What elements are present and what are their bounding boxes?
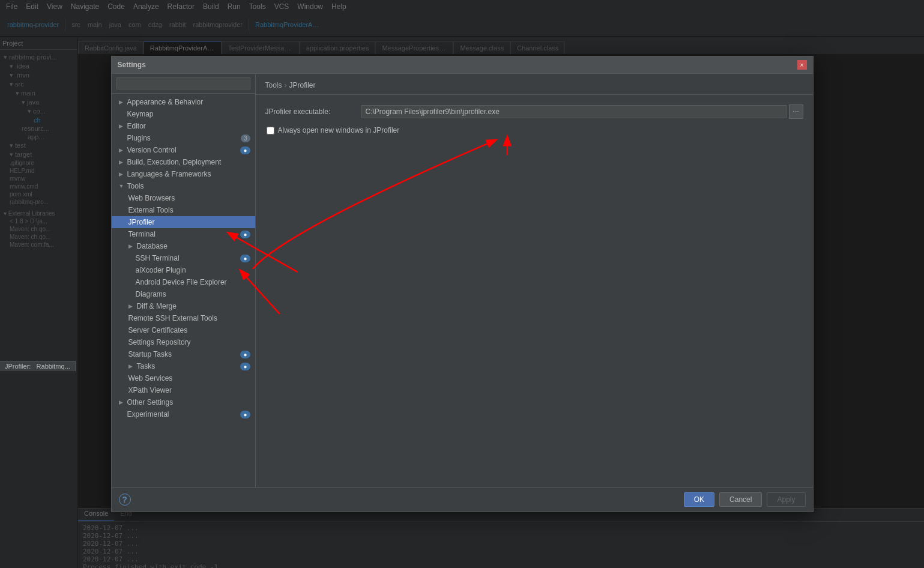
- arrow-icon: ▶: [119, 147, 126, 153]
- settings-nav-sidebar: ▶ Appearance & Behavior Keymap ▶ Editor: [112, 74, 256, 487]
- nav-item-vcs[interactable]: ▶ Version Control ●: [112, 144, 255, 156]
- apply-button[interactable]: Apply: [767, 492, 805, 507]
- modal-overlay: Settings × ▶ Appearance & Behavior: [0, 0, 924, 568]
- dialog-close-button[interactable]: ×: [797, 60, 807, 70]
- spacer: [119, 135, 126, 141]
- dialog-title: Settings: [118, 61, 146, 69]
- breadcrumb-parent: Tools: [265, 81, 282, 89]
- terminal-badge: ●: [240, 231, 250, 238]
- dialog-titlebar: Settings ×: [112, 56, 813, 74]
- nav-item-other-settings[interactable]: ▶ Other Settings: [112, 396, 255, 408]
- ssh-badge: ●: [240, 255, 250, 262]
- arrow-icon: ▶: [128, 243, 136, 249]
- dialog-body: ▶ Appearance & Behavior Keymap ▶ Editor: [112, 74, 813, 487]
- executable-label: JProfiler executable:: [265, 107, 361, 116]
- content-body: JProfiler executable: ⋯ Always open new …: [256, 95, 813, 487]
- content-header: Tools › JProfiler: [256, 74, 813, 95]
- browse-icon: ⋯: [793, 108, 799, 116]
- executable-input[interactable]: [361, 105, 787, 118]
- executable-row: JProfiler executable: ⋯: [265, 104, 803, 119]
- nav-item-experimental[interactable]: Experimental ●: [112, 408, 255, 420]
- settings-nav-tree: ▶ Appearance & Behavior Keymap ▶ Editor: [112, 94, 255, 487]
- ok-button[interactable]: OK: [684, 492, 714, 507]
- jprofiler-status-label: JProfiler: Rabbitmq...: [0, 361, 76, 371]
- nav-item-web-services[interactable]: Web Services: [112, 372, 255, 384]
- nav-item-diagrams[interactable]: Diagrams: [112, 288, 255, 300]
- browse-button[interactable]: ⋯: [789, 104, 803, 119]
- arrow-icon: ▶: [119, 99, 126, 105]
- arrow-icon: ▼: [119, 183, 126, 189]
- nav-item-server-certs[interactable]: Server Certificates: [112, 324, 255, 336]
- nav-item-languages[interactable]: ▶ Languages & Frameworks: [112, 168, 255, 180]
- settings-dialog: Settings × ▶ Appearance & Behavior: [111, 56, 814, 512]
- breadcrumb-separator: ›: [285, 81, 287, 89]
- plugins-badge: 3: [241, 134, 250, 142]
- vcs-badge: ●: [240, 147, 250, 154]
- executable-input-container: ⋯: [361, 104, 803, 119]
- nav-item-diff-merge[interactable]: ▶ Diff & Merge: [112, 300, 255, 312]
- arrow-icon: ▶: [128, 363, 136, 369]
- nav-item-ssh-terminal[interactable]: SSH Terminal ●: [112, 252, 255, 264]
- arrow-icon: ▶: [119, 159, 126, 165]
- spacer: [119, 111, 126, 117]
- experimental-badge: ●: [240, 411, 250, 418]
- startup-badge: ●: [240, 351, 250, 358]
- nav-item-xpath-viewer[interactable]: XPath Viewer: [112, 384, 255, 396]
- nav-item-keymap[interactable]: Keymap: [112, 108, 255, 120]
- footer-buttons: OK Cancel Apply: [684, 492, 806, 507]
- nav-item-editor[interactable]: ▶ Editor: [112, 120, 255, 132]
- arrow-icon: ▶: [119, 171, 126, 177]
- settings-content-panel: Tools › JProfiler JProfiler executable:: [256, 74, 813, 487]
- dialog-footer: ? OK Cancel Apply: [112, 487, 813, 512]
- nav-item-aixcoder[interactable]: aiXcoder Plugin: [112, 264, 255, 276]
- open-new-windows-checkbox[interactable]: [267, 127, 274, 134]
- nav-item-remote-ssh[interactable]: Remote SSH External Tools: [112, 312, 255, 324]
- breadcrumb-current: JProfiler: [289, 81, 316, 89]
- arrow-icon: ▶: [119, 399, 126, 405]
- nav-item-build[interactable]: ▶ Build, Execution, Deployment: [112, 156, 255, 168]
- nav-item-plugins[interactable]: Plugins 3: [112, 132, 255, 144]
- settings-search-input[interactable]: [116, 77, 250, 89]
- cancel-button[interactable]: Cancel: [719, 492, 762, 507]
- help-button[interactable]: ?: [119, 494, 131, 506]
- nav-item-tasks[interactable]: ▶ Tasks ●: [112, 360, 255, 372]
- breadcrumb: Tools › JProfiler: [265, 81, 803, 89]
- nav-item-startup-tasks[interactable]: Startup Tasks ●: [112, 348, 255, 360]
- spacer: [119, 411, 126, 417]
- arrow-icon: ▶: [119, 123, 126, 129]
- nav-item-settings-repo[interactable]: Settings Repository: [112, 336, 255, 348]
- arrow-icon: ▶: [128, 303, 136, 309]
- checkbox-row: Always open new windows in JProfiler: [267, 126, 803, 134]
- nav-item-database[interactable]: ▶ Database: [112, 240, 255, 252]
- nav-item-appearance[interactable]: ▶ Appearance & Behavior: [112, 96, 255, 108]
- search-box-container: [112, 74, 255, 94]
- nav-item-jprofiler[interactable]: JProfiler: [112, 216, 255, 228]
- footer-left: ?: [119, 494, 131, 506]
- nav-item-terminal[interactable]: Terminal ●: [112, 228, 255, 240]
- checkbox-label[interactable]: Always open new windows in JProfiler: [278, 126, 400, 134]
- nav-item-external-tools[interactable]: External Tools: [112, 204, 255, 216]
- nav-item-tools[interactable]: ▼ Tools: [112, 180, 255, 192]
- nav-item-web-browsers[interactable]: Web Browsers: [112, 192, 255, 204]
- nav-item-android-device[interactable]: Android Device File Explorer: [112, 276, 255, 288]
- tasks-badge: ●: [240, 363, 250, 370]
